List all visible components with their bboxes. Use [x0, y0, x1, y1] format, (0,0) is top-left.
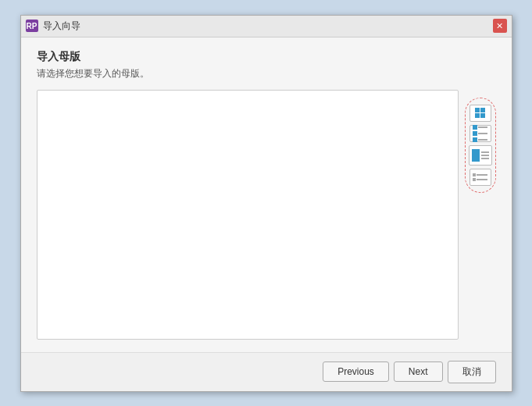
app-icon: RP [26, 20, 38, 32]
wizard-content: 导入母版 请选择您想要导入的母版。 [21, 37, 512, 352]
master-list-panel[interactable] [37, 90, 459, 340]
view-toolbar [465, 98, 496, 193]
wizard-footer: Previous Next 取消 [21, 352, 512, 391]
main-area [37, 90, 496, 340]
title-bar-left: RP 导入向导 [26, 20, 80, 33]
previous-button[interactable]: Previous [323, 361, 389, 382]
title-bar: RP 导入向导 ✕ [21, 16, 512, 37]
small-view-button[interactable] [470, 169, 491, 186]
grid-view-icon [475, 108, 485, 118]
wizard-window: RP 导入向导 ✕ 导入母版 请选择您想要导入的母版。 [20, 15, 512, 392]
section-title: 导入母版 [37, 50, 496, 64]
list-view-button[interactable] [470, 125, 491, 142]
close-button[interactable]: ✕ [493, 19, 507, 33]
window-title: 导入向导 [43, 20, 80, 33]
list-view-icon [473, 125, 487, 142]
detail-view-icon [472, 149, 489, 162]
section-description: 请选择您想要导入的母版。 [37, 67, 496, 80]
cancel-button[interactable]: 取消 [448, 361, 496, 383]
small-view-icon [473, 173, 487, 181]
detail-view-button[interactable] [469, 145, 492, 166]
next-button[interactable]: Next [394, 361, 443, 382]
grid-view-button[interactable] [470, 105, 491, 122]
